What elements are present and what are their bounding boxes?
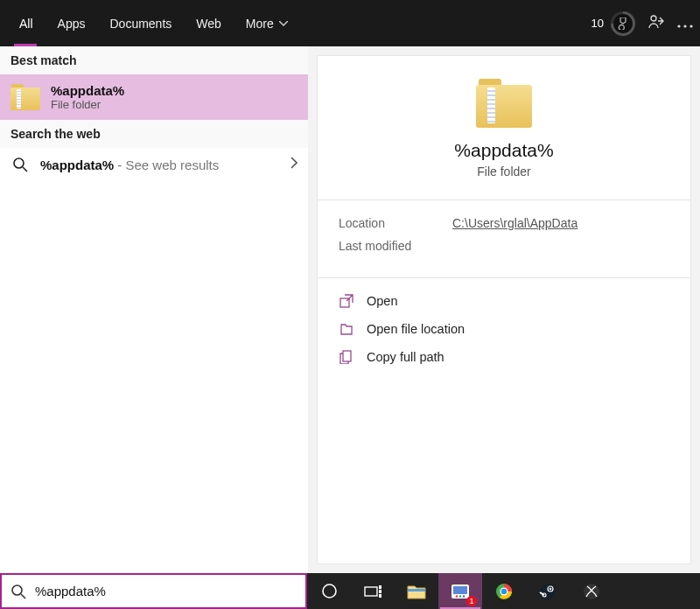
scope-tabs: All Apps Documents Web More: [7, 0, 300, 46]
svg-rect-14: [379, 594, 382, 598]
action-copy-path[interactable]: Copy full path: [332, 343, 676, 371]
tab-all[interactable]: All: [7, 0, 46, 46]
tab-web[interactable]: Web: [184, 0, 234, 46]
task-steam[interactable]: [526, 573, 570, 609]
task-explorer[interactable]: [395, 573, 438, 609]
preview-info: Location C:\Users\rglal\AppData Last mod…: [318, 200, 690, 277]
svg-line-9: [21, 594, 25, 598]
task-xbox[interactable]: [570, 573, 613, 609]
web-result-text: %appdata% - See web results: [40, 158, 280, 172]
explorer-icon: [407, 584, 426, 599]
taskbar: 1: [307, 573, 700, 609]
chrome-icon: [495, 583, 513, 600]
action-open-location[interactable]: Open file location: [332, 315, 676, 343]
rewards-medal-icon: [611, 11, 635, 36]
modified-label: Last modified: [339, 239, 417, 253]
action-open-location-label: Open file location: [367, 322, 465, 336]
svg-rect-15: [408, 589, 425, 592]
svg-rect-7: [343, 351, 351, 361]
svg-line-5: [23, 167, 27, 172]
ellipsis-icon: [677, 24, 693, 28]
rewards-count: 10: [592, 17, 604, 30]
taskbar-area: 1: [0, 573, 700, 609]
svg-point-8: [12, 585, 22, 595]
preview-header: %appdata% File folder: [318, 56, 690, 200]
search-icon: [10, 157, 30, 172]
folder-location-icon: [339, 321, 354, 337]
search-body: Best match %appdata% File folder Search …: [0, 46, 700, 573]
svg-point-3: [690, 24, 692, 27]
open-icon: [339, 293, 354, 309]
svg-point-19: [459, 595, 461, 597]
web-result-query: %appdata%: [40, 158, 114, 172]
action-copy-path-label: Copy full path: [367, 350, 444, 364]
best-match-header: Best match: [0, 46, 308, 74]
web-result-suffix: - See web results: [114, 158, 219, 172]
badge-count: 1: [466, 596, 477, 606]
location-link[interactable]: C:\Users\rglal\AppData: [452, 216, 578, 230]
tab-more[interactable]: More: [234, 0, 300, 46]
results-list: Best match %appdata% File folder Search …: [0, 46, 308, 573]
folder-icon: [476, 79, 532, 128]
tab-apps[interactable]: Apps: [46, 0, 98, 46]
task-taskview[interactable]: [351, 573, 395, 609]
svg-point-20: [463, 595, 465, 597]
preview-card: %appdata% File folder Location C:\Users\…: [317, 55, 691, 564]
action-open[interactable]: Open: [332, 287, 676, 315]
tab-documents[interactable]: Documents: [97, 0, 184, 46]
svg-rect-17: [453, 586, 467, 594]
folder-icon: [10, 84, 40, 110]
svg-point-26: [550, 587, 552, 590]
svg-point-0: [651, 16, 656, 21]
options-button[interactable]: [677, 16, 693, 32]
header-right: 10: [592, 11, 693, 36]
search-web-header: Search the web: [0, 120, 308, 148]
location-label: Location: [339, 216, 417, 230]
taskview-icon: [364, 584, 382, 598]
tab-more-label: More: [246, 17, 274, 31]
search-input[interactable]: [35, 584, 298, 598]
svg-point-24: [540, 584, 556, 599]
copy-icon: [339, 349, 354, 365]
svg-point-10: [323, 584, 336, 598]
action-open-label: Open: [367, 294, 397, 308]
chevron-right-icon: [290, 157, 298, 172]
info-row-modified: Last modified: [339, 239, 669, 253]
preview-subtitle: File folder: [335, 164, 673, 178]
search-scope-header: All Apps Documents Web More 10: [0, 0, 700, 46]
svg-point-2: [683, 24, 686, 27]
info-row-location: Location C:\Users\rglal\AppData: [339, 216, 669, 230]
task-cortana[interactable]: [307, 573, 351, 609]
best-match-result[interactable]: %appdata% File folder: [0, 74, 308, 120]
best-match-text: %appdata% File folder: [51, 83, 124, 111]
preview-title: %appdata%: [335, 140, 673, 161]
svg-point-23: [501, 588, 507, 593]
web-search-result[interactable]: %appdata% - See web results: [0, 148, 308, 181]
best-match-title: %appdata%: [51, 83, 124, 98]
search-box[interactable]: [0, 573, 307, 609]
preview-actions: Open Open file location Copy full path: [318, 278, 690, 380]
svg-rect-12: [379, 585, 382, 589]
close-preview-button[interactable]: [648, 13, 665, 34]
chevron-down-icon: [279, 21, 288, 26]
cortana-icon: [321, 583, 338, 599]
svg-rect-13: [379, 590, 382, 593]
svg-point-4: [14, 158, 24, 168]
preview-panel-container: %appdata% File folder Location C:\Users\…: [308, 46, 700, 573]
location-value: C:\Users\rglal\AppData: [452, 216, 578, 230]
steam-icon: [539, 583, 556, 600]
rewards-indicator[interactable]: 10: [592, 11, 635, 36]
xbox-icon: [583, 583, 600, 600]
svg-point-1: [677, 24, 680, 27]
person-arrow-icon: [648, 13, 665, 31]
svg-point-18: [456, 595, 458, 597]
svg-rect-11: [365, 587, 377, 596]
task-chrome[interactable]: [482, 573, 526, 609]
best-match-subtitle: File folder: [51, 98, 124, 111]
task-snip[interactable]: 1: [438, 573, 482, 609]
snip-icon: [451, 584, 470, 599]
search-icon: [10, 584, 26, 599]
